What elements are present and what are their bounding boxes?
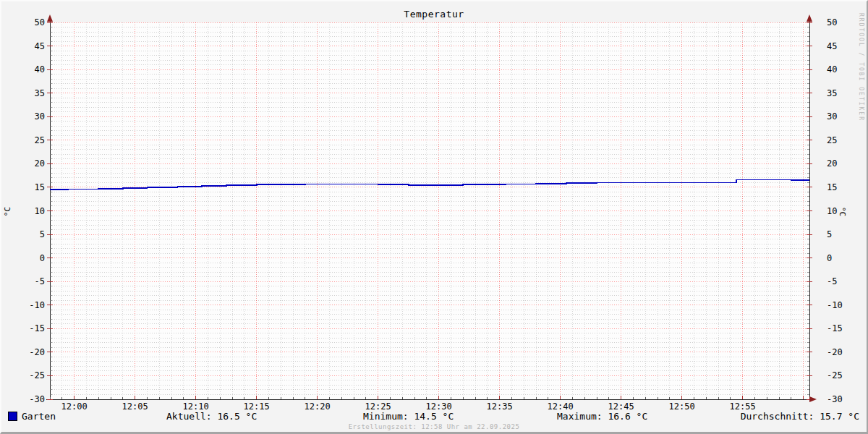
svg-text:-30: -30 bbox=[827, 394, 843, 404]
svg-text:5: 5 bbox=[40, 229, 45, 239]
stat-durchschnitt: Durchschnitt: 15.7 °C bbox=[741, 411, 859, 422]
svg-text:40: 40 bbox=[827, 64, 837, 75]
svg-text:-30: -30 bbox=[29, 394, 45, 404]
svg-text:30: 30 bbox=[35, 111, 45, 122]
svg-text:12:20: 12:20 bbox=[305, 401, 331, 412]
svg-text:20: 20 bbox=[827, 158, 837, 169]
chart-plot-area: -30-30-25-25-20-20-15-15-10-10-5-5005510… bbox=[1, 1, 867, 433]
svg-text:-15: -15 bbox=[29, 323, 45, 333]
svg-text:25: 25 bbox=[35, 135, 45, 145]
svg-text:15: 15 bbox=[35, 182, 45, 192]
svg-text:35: 35 bbox=[827, 88, 837, 98]
svg-text:-20: -20 bbox=[29, 347, 45, 357]
svg-text:50: 50 bbox=[827, 17, 837, 27]
svg-text:25: 25 bbox=[827, 135, 837, 145]
svg-text:12:05: 12:05 bbox=[122, 401, 148, 412]
svg-text:10: 10 bbox=[827, 206, 837, 216]
svg-text:12:45: 12:45 bbox=[608, 401, 634, 412]
svg-text:50: 50 bbox=[35, 17, 45, 27]
svg-text:40: 40 bbox=[35, 64, 45, 75]
svg-text:35: 35 bbox=[35, 88, 45, 98]
svg-text:12:35: 12:35 bbox=[487, 401, 513, 412]
creation-timestamp: Erstellungszeit: 12:58 Uhr am 22.09.2025 bbox=[1, 423, 867, 430]
svg-text:12:30: 12:30 bbox=[426, 401, 452, 412]
svg-text:-10: -10 bbox=[29, 300, 45, 310]
svg-text:45: 45 bbox=[35, 41, 45, 51]
stat-minimum: Minimum: 14.5 °C bbox=[363, 411, 454, 422]
legend-row: Garten Aktuell: 16.5 °C Minimum: 14.5 °C… bbox=[1, 411, 867, 422]
svg-text:12:25: 12:25 bbox=[365, 401, 391, 412]
svg-text:-10: -10 bbox=[827, 300, 843, 310]
series-color-swatch bbox=[9, 412, 17, 420]
svg-text:30: 30 bbox=[827, 111, 837, 122]
svg-text:-5: -5 bbox=[35, 276, 45, 286]
svg-text:-5: -5 bbox=[827, 276, 837, 286]
rrdtool-graph: Temperatur RRDTOOL / TOBI OETIKER °C °C … bbox=[0, 0, 868, 434]
svg-text:12:55: 12:55 bbox=[730, 401, 756, 412]
svg-text:-15: -15 bbox=[827, 323, 843, 333]
svg-text:0: 0 bbox=[40, 253, 45, 263]
svg-text:-25: -25 bbox=[827, 370, 843, 380]
svg-text:20: 20 bbox=[35, 158, 45, 169]
svg-text:5: 5 bbox=[827, 229, 832, 239]
svg-text:12:00: 12:00 bbox=[61, 401, 88, 412]
svg-text:15: 15 bbox=[827, 182, 837, 192]
svg-text:10: 10 bbox=[35, 206, 45, 216]
series-label: Garten bbox=[22, 411, 56, 422]
svg-text:12:10: 12:10 bbox=[183, 401, 209, 412]
svg-text:12:15: 12:15 bbox=[244, 401, 270, 412]
svg-text:45: 45 bbox=[827, 41, 837, 51]
svg-text:-20: -20 bbox=[827, 347, 843, 357]
stat-maximum: Maximum: 16.6 °C bbox=[557, 411, 647, 422]
svg-text:-25: -25 bbox=[29, 370, 45, 380]
stat-aktuell: Aktuell: 16.5 °C bbox=[166, 411, 257, 422]
svg-text:12:40: 12:40 bbox=[548, 401, 574, 412]
svg-text:0: 0 bbox=[827, 253, 832, 263]
svg-text:12:50: 12:50 bbox=[669, 401, 695, 412]
